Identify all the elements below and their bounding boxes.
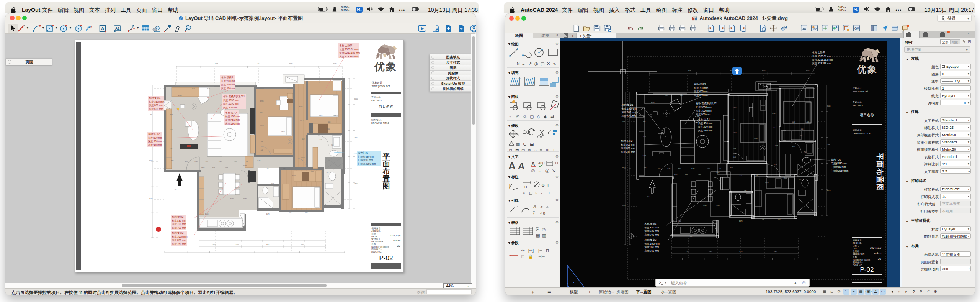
svg-text:A: A <box>101 26 105 31</box>
svg-text:1110: 1110 <box>266 244 270 246</box>
svg-text:944: 944 <box>744 189 747 191</box>
svg-text:1133: 1133 <box>730 166 733 168</box>
svg-text:深度:800 mm: 深度:800 mm <box>621 147 635 150</box>
svg-text:940: 940 <box>680 95 683 97</box>
svg-text:长度:800 mm: 长度:800 mm <box>621 143 635 146</box>
svg-text:门洞高2350 mm: 门洞高2350 mm <box>358 162 376 166</box>
svg-text:长度:450 mm: 长度:450 mm <box>698 122 713 125</box>
svg-text:⌕: ⌕ <box>538 169 541 173</box>
svg-text:4475: 4475 <box>149 159 153 161</box>
svg-text:高度:700 mm: 高度:700 mm <box>645 233 659 236</box>
svg-text:高度:700 mm: 高度:700 mm <box>172 226 186 230</box>
svg-text:H: H <box>524 185 527 189</box>
svg-text:Ⓐ: Ⓐ <box>545 169 549 173</box>
svg-text:名称:边几1: 名称:边几1 <box>225 111 237 114</box>
svg-text:80: 80 <box>258 63 260 65</box>
svg-text:名称:摆椅2: 名称:摆椅2 <box>172 215 184 218</box>
svg-text:955: 955 <box>327 128 330 130</box>
svg-text:600: 600 <box>801 128 804 130</box>
svg-text:✕: ✕ <box>547 61 550 66</box>
svg-text:深度:800 mm: 深度:800 mm <box>149 104 163 107</box>
svg-text:604: 604 <box>643 120 646 122</box>
svg-text:944: 944 <box>261 140 263 142</box>
svg-text:600: 600 <box>283 167 286 169</box>
svg-text:A: A <box>518 161 526 171</box>
svg-text:长度:700 mm: 长度:700 mm <box>694 87 709 90</box>
svg-text:1708: 1708 <box>774 163 778 165</box>
svg-text:Ｎ: Ｎ <box>516 61 520 66</box>
svg-text:840: 840 <box>171 159 174 161</box>
svg-text:高度:750 mm: 高度:750 mm <box>172 243 186 246</box>
svg-text:▭: ▭ <box>521 148 525 151</box>
svg-text:2870: 2870 <box>827 189 831 191</box>
svg-text:长度:3050 mm: 长度:3050 mm <box>696 106 712 109</box>
svg-text:4198: 4198 <box>688 70 691 72</box>
svg-text:1600: 1600 <box>754 138 758 140</box>
svg-text:↔: ↔ <box>534 148 537 151</box>
svg-text:⊕: ⊕ <box>541 183 545 187</box>
svg-text:1214: 1214 <box>643 155 647 157</box>
svg-text:2042: 2042 <box>243 165 247 167</box>
svg-text:▢: ▢ <box>530 114 534 119</box>
svg-text:780: 780 <box>622 120 625 122</box>
svg-text:⎙: ⎙ <box>542 227 546 231</box>
svg-text:▥: ▥ <box>542 233 546 238</box>
svg-text:4010: 4010 <box>622 205 626 207</box>
svg-text:⌖: ⌖ <box>523 191 525 195</box>
svg-text:1473: 1473 <box>739 220 743 222</box>
svg-text:1077: 1077 <box>643 136 647 138</box>
svg-text:840: 840 <box>644 166 647 168</box>
svg-text:600: 600 <box>756 174 758 176</box>
svg-text:1127: 1127 <box>775 145 778 147</box>
svg-text:615: 615 <box>185 161 188 162</box>
svg-text:名称:主卧床: 名称:主卧床 <box>340 44 353 47</box>
svg-text:名称:茶几2: 名称:茶几2 <box>148 133 160 136</box>
svg-text:深度:850 mm: 深度:850 mm <box>645 246 659 249</box>
svg-text:名称:雪橇海沙发001: 名称:雪橇海沙发001 <box>696 102 718 105</box>
svg-text:230: 230 <box>246 161 248 162</box>
svg-text:G#: G# <box>854 26 859 30</box>
svg-text:高度:410 mm: 高度:410 mm <box>621 151 635 154</box>
svg-text:|⊣: |⊣ <box>538 248 542 253</box>
svg-text:226: 226 <box>762 218 764 220</box>
svg-text:470: 470 <box>305 212 308 213</box>
svg-text:944: 944 <box>733 147 736 149</box>
svg-text:226: 226 <box>289 212 292 213</box>
svg-text:门洞宽80 mm: 门洞宽80 mm <box>358 159 373 162</box>
svg-text:440: 440 <box>260 112 263 113</box>
svg-text:DY: DY <box>647 195 650 197</box>
svg-text:✑: ✑ <box>546 205 549 209</box>
svg-text:⚯: ⚯ <box>521 248 525 253</box>
svg-text:2640: 2640 <box>716 205 720 207</box>
svg-text:长度:1929.81 mm: 长度:1929.81 mm <box>340 48 359 51</box>
svg-text:门洞长880 mm: 门洞长880 mm <box>358 155 374 158</box>
svg-text:长度:1500 mm: 长度:1500 mm <box>149 100 165 103</box>
svg-text:深度:1050 mm: 深度:1050 mm <box>696 109 712 112</box>
svg-text:840: 840 <box>678 167 681 169</box>
svg-text:1280: 1280 <box>260 100 264 102</box>
svg-text:深度:2253.182 mm: 深度:2253.182 mm <box>812 58 833 61</box>
svg-text:◫: ◫ <box>529 191 532 195</box>
svg-text:500: 500 <box>217 228 220 230</box>
svg-text:高度:620 mm: 高度:620 mm <box>149 108 163 111</box>
svg-text:1700: 1700 <box>765 182 769 184</box>
svg-text:高度:690 mm: 高度:690 mm <box>698 129 713 132</box>
svg-text:深度:720 mm: 深度:720 mm <box>172 223 186 226</box>
svg-text:1110: 1110 <box>739 251 743 253</box>
svg-text:600: 600 <box>328 121 331 123</box>
svg-text:↗: ↗ <box>528 61 532 66</box>
svg-text:∈: ∈ <box>523 142 527 146</box>
svg-text:Ⅰ: Ⅰ <box>547 183 549 187</box>
svg-text:2630: 2630 <box>762 70 766 72</box>
svg-text:1185: 1185 <box>674 173 678 175</box>
svg-text:1503: 1503 <box>733 131 737 133</box>
svg-text:840: 840 <box>320 139 322 141</box>
svg-text:3080: 3080 <box>806 70 810 72</box>
svg-text:深度:720 mm: 深度:720 mm <box>645 230 659 233</box>
svg-text:1185: 1185 <box>201 166 205 168</box>
svg-text:940: 940 <box>207 88 210 90</box>
svg-text:[⚯]: [⚯] <box>528 248 534 253</box>
svg-text:2042: 2042 <box>716 172 720 174</box>
svg-text:✛: ✛ <box>547 191 551 195</box>
svg-text:⁂: ⁂ <box>533 205 537 209</box>
